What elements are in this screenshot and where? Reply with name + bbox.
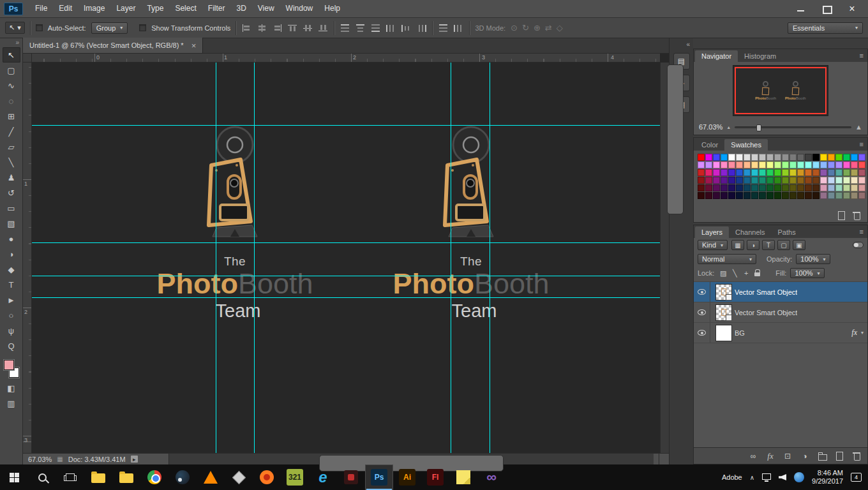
swatch[interactable] [843, 154, 850, 161]
swatch[interactable] [751, 169, 758, 176]
eraser-tool[interactable]: ▭ [3, 200, 20, 216]
swatch[interactable] [805, 184, 812, 191]
swatch[interactable] [851, 184, 858, 191]
swatch[interactable] [835, 154, 842, 161]
swatch[interactable] [744, 154, 751, 161]
quick-selection-tool[interactable]: ◌ [3, 93, 20, 108]
add-layer-mask-icon[interactable]: ⊡ [783, 452, 792, 461]
type-tool[interactable]: T [3, 277, 20, 292]
swatch[interactable] [797, 154, 804, 161]
vlc[interactable] [197, 464, 225, 490]
swatch[interactable] [759, 192, 766, 199]
swatch[interactable] [767, 161, 774, 168]
move-tool[interactable]: ↖ [3, 47, 20, 63]
swatch[interactable] [751, 154, 758, 161]
guide-vertical[interactable] [451, 63, 451, 453]
swatch[interactable] [782, 184, 789, 191]
canvas-viewport[interactable]: The PhotoBooth Team The PhotoBooth Team [32, 63, 660, 453]
swatch[interactable] [713, 169, 720, 176]
steam[interactable] [168, 464, 197, 490]
swatch[interactable] [744, 192, 751, 199]
align-horizontal-centers-icon[interactable] [257, 24, 267, 33]
layer-filter-dropdown[interactable]: Kind ▾ [698, 240, 728, 250]
pen-tool[interactable]: ◆ [3, 262, 20, 277]
close-tab-icon[interactable]: × [191, 41, 197, 50]
status-expand-icon[interactable]: ▸ [131, 456, 138, 463]
swatch[interactable] [789, 161, 797, 168]
guide-vertical[interactable] [254, 63, 255, 453]
visual-studio[interactable] [477, 464, 505, 490]
pixel-layer-filter-icon[interactable]: ▦ [731, 240, 744, 250]
opacity-dropdown[interactable]: 100% ▾ [796, 254, 830, 264]
smart-object-filter-icon[interactable]: ▣ [793, 240, 805, 250]
zoom-tool[interactable]: Q [3, 338, 20, 353]
orange-media-app[interactable] [253, 464, 281, 490]
swatch[interactable] [744, 184, 751, 191]
swatch[interactable] [858, 177, 865, 184]
panel-menu-icon[interactable]: ≡ [860, 140, 864, 148]
lock-position-icon[interactable]: + [741, 268, 751, 278]
screen-mode-icon[interactable]: ▥ [3, 396, 20, 411]
swatch[interactable] [774, 161, 781, 168]
navigator-zoom-field[interactable]: 67.03% [699, 123, 722, 131]
swatch[interactable] [728, 177, 735, 184]
align-top-edges-icon[interactable] [287, 24, 298, 33]
swatch[interactable] [858, 184, 865, 191]
swatch[interactable] [751, 177, 758, 184]
swatch[interactable] [728, 169, 735, 176]
swatch[interactable] [851, 169, 858, 176]
panel-menu-icon[interactable]: ≡ [860, 52, 864, 59]
swatch[interactable] [843, 169, 850, 176]
swatch[interactable] [797, 169, 804, 176]
path-selection-tool[interactable]: ► [3, 292, 20, 308]
swatch[interactable] [851, 192, 858, 199]
effects-toggle-icon[interactable]: ▾ [861, 330, 864, 336]
swatch[interactable] [705, 161, 712, 168]
swatch[interactable] [721, 161, 728, 168]
tool-preset-picker[interactable]: ↖ ▾ [5, 22, 25, 34]
fill-dropdown[interactable]: 100% ▾ [790, 268, 824, 278]
swatch[interactable] [698, 161, 705, 168]
tab-paths[interactable]: Paths [772, 226, 802, 238]
swatch[interactable] [805, 154, 812, 161]
swatch[interactable] [705, 154, 712, 161]
swatch[interactable] [812, 169, 819, 176]
expand-panels-icon[interactable]: « [686, 41, 693, 48]
swatch[interactable] [751, 161, 758, 168]
swatch[interactable] [759, 169, 766, 176]
search-button[interactable] [28, 464, 56, 490]
swatch[interactable] [721, 169, 728, 176]
zoom-out-icon[interactable]: ▲ [726, 125, 731, 130]
action-center-icon[interactable]: 4 [851, 473, 862, 482]
swatch[interactable] [728, 154, 735, 161]
swatch[interactable] [789, 184, 797, 191]
eyedropper-tool[interactable]: ╱ [3, 124, 20, 139]
menu-filter[interactable]: Filter [202, 0, 231, 17]
navigator-preview[interactable]: PhotoBooth PhotoBooth [694, 62, 867, 119]
swatch[interactable] [805, 177, 812, 184]
maximize-button-icon[interactable] [822, 5, 831, 13]
swatch[interactable] [820, 161, 827, 168]
swatch[interactable] [858, 154, 865, 161]
guide-horizontal[interactable] [32, 276, 660, 276]
swatch[interactable] [728, 184, 735, 191]
documents-folder[interactable] [112, 464, 140, 490]
tab-histogram[interactable]: Histogram [738, 50, 782, 62]
swatch[interactable] [767, 177, 774, 184]
swatch[interactable] [721, 154, 728, 161]
numeric-app[interactable]: 321 [281, 464, 309, 490]
swatch[interactable] [705, 177, 712, 184]
clone-stamp-tool[interactable]: ♟ [3, 170, 20, 185]
swatch[interactable] [713, 192, 720, 199]
shape-layer-filter-icon[interactable]: ▢ [777, 240, 790, 250]
swatch[interactable] [713, 177, 720, 184]
layer-row[interactable]: BGfx▾ [694, 323, 867, 343]
swatch[interactable] [736, 192, 743, 199]
dodge-tool[interactable]: ◑ [3, 246, 20, 262]
photoshop[interactable]: Ps [365, 464, 393, 490]
swatch[interactable] [797, 192, 804, 199]
guide-horizontal[interactable] [32, 125, 660, 126]
close-button-icon[interactable]: × [848, 5, 857, 13]
navigator-zoom-slider[interactable] [735, 126, 851, 128]
type-layer-filter-icon[interactable]: T [762, 240, 775, 250]
